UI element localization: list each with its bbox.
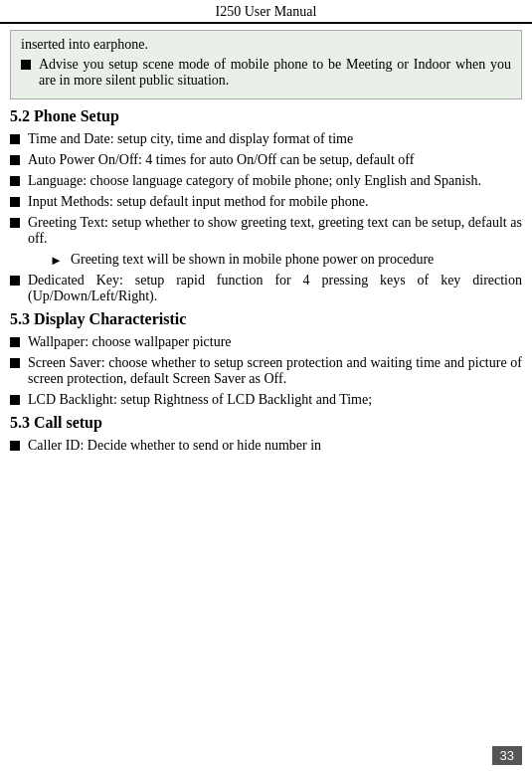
page-number: 33 [492, 746, 522, 765]
bullet-square-icon [10, 155, 20, 165]
section53call-heading: 5.3 Call setup [10, 414, 522, 432]
page-container: I250 User Manual inserted into earphone.… [0, 0, 532, 771]
list-item-text: Screen Saver: choose whether to setup sc… [28, 355, 522, 387]
bullet-square-icon [10, 395, 20, 405]
list-item-text: Wallpaper: choose wallpaper picture [28, 334, 522, 350]
list-item-text: Caller ID: Decide whether to send or hid… [28, 438, 522, 454]
bullet-square-icon [10, 276, 20, 286]
list-item: Auto Power On/Off: 4 times for auto On/O… [10, 152, 522, 168]
bullet-square-icon [10, 337, 20, 347]
section53call-bullets: Caller ID: Decide whether to send or hid… [10, 438, 522, 454]
list-item: Caller ID: Decide whether to send or hid… [10, 438, 522, 454]
page-content: inserted into earphone. Advise you setup… [0, 24, 532, 489]
list-item-text: Auto Power On/Off: 4 times for auto On/O… [28, 152, 522, 168]
list-item-text: Input Methods: setup default input metho… [28, 194, 522, 210]
section53display-heading: 5.3 Display Characteristic [10, 310, 522, 328]
list-item-text: Language: choose language category of mo… [28, 173, 522, 189]
arrow-icon: ► [50, 253, 63, 269]
bullet-square-icon [10, 134, 20, 144]
list-item: LCD Backlight: setup Rightness of LCD Ba… [10, 392, 522, 408]
section53display-bullets: Wallpaper: choose wallpaper picture Scre… [10, 334, 522, 408]
list-item-text: Time and Date: setup city, time and disp… [28, 131, 522, 147]
highlight-line1: inserted into earphone. [21, 37, 511, 53]
highlight-box: inserted into earphone. Advise you setup… [10, 30, 522, 99]
list-item: Language: choose language category of mo… [10, 173, 522, 189]
list-item: Screen Saver: choose whether to setup sc… [10, 355, 522, 387]
list-item: Wallpaper: choose wallpaper picture [10, 334, 522, 350]
list-item-text: Greeting Text: setup whether to show gre… [28, 215, 522, 247]
sub-bullet-text: Greeting text will be shown in mobile ph… [71, 252, 522, 268]
list-item: Input Methods: setup default input metho… [10, 194, 522, 210]
section52-bullets: Time and Date: setup city, time and disp… [10, 131, 522, 304]
bullet-square-icon [10, 358, 20, 368]
bullet-square-icon [10, 176, 20, 186]
bullet-square-icon [10, 197, 20, 207]
header-title: I250 User Manual [216, 4, 317, 19]
list-item-text: Dedicated Key: setup rapid function for … [28, 273, 522, 304]
highlight-bullet1-text: Advise you setup scene mode of mobile ph… [39, 57, 511, 89]
page-header: I250 User Manual [0, 0, 532, 24]
list-item: Greeting Text: setup whether to show gre… [10, 215, 522, 247]
list-item-text: LCD Backlight: setup Rightness of LCD Ba… [28, 392, 522, 408]
list-item: Time and Date: setup city, time and disp… [10, 131, 522, 147]
bullet-square-icon [21, 60, 31, 70]
sub-bullet-item: ► Greeting text will be shown in mobile … [50, 252, 522, 269]
bullet-square-icon [10, 218, 20, 228]
bullet-square-icon [10, 441, 20, 451]
section52-heading: 5.2 Phone Setup [10, 107, 522, 125]
highlight-bullet1: Advise you setup scene mode of mobile ph… [21, 57, 511, 89]
list-item: Dedicated Key: setup rapid function for … [10, 273, 522, 304]
